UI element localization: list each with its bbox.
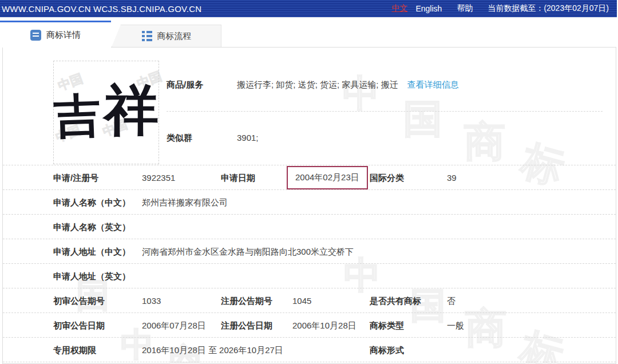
language-chinese-link[interactable]: 中文 xyxy=(391,3,407,14)
goods-services-value: 搬运行李; 卸货; 送货; 货运; 家具运输; 搬迁查看详细信息 xyxy=(237,80,459,90)
table-row: 专用权期限2016年10月28日 至 2026年10月27日商标形式 xyxy=(3,338,616,362)
table-row: 申请/注册号3922351申请日期2004年02月23日国际分类39 xyxy=(3,165,616,190)
top-bar-links: 中文 English 帮助 当前数据截至：(2023年02月07日) xyxy=(391,3,617,14)
language-english-link[interactable]: English xyxy=(415,4,442,13)
top-bar: WWW.CNIPA.GOV.CN WCJS.SBJ.CNIPA.GOV.CN 中… xyxy=(0,0,617,17)
trademark-char: 吉 xyxy=(53,84,102,149)
field-label: 注册公告日期 xyxy=(221,321,272,331)
field-label: 初审公告日期 xyxy=(53,321,105,331)
field-label: 申请日期 xyxy=(221,173,255,184)
field-label: 专用权期限 xyxy=(53,345,96,356)
tab-bar: 商标详情 商标流程 xyxy=(0,17,618,47)
field-value: 3922351 xyxy=(142,173,175,183)
table-row: 初审公告期号1033注册公告期号1045是否共有商标否 xyxy=(3,288,616,313)
field-label: 是否共有商标 xyxy=(370,296,421,307)
field-label: 申请人地址（英文） xyxy=(53,271,130,282)
field-label: 类似群 xyxy=(167,133,192,144)
application-date-highlight: 2004年02月23日 xyxy=(287,166,368,189)
field-label: 商品/服务 xyxy=(167,80,203,90)
document-lines-icon xyxy=(30,30,41,41)
field-label: 国际分类 xyxy=(370,173,404,184)
table-row: 申请人名称（中文）郑州吉祥搬家有限公司 xyxy=(3,190,616,215)
field-label: 初审公告期号 xyxy=(53,296,105,307)
field-value: 2006年10月28日 xyxy=(292,321,356,331)
field-value: 1045 xyxy=(292,296,311,306)
data-cutoff-text: 当前数据截至：(2023年02月07日) xyxy=(488,3,609,14)
tab-label: 商标流程 xyxy=(157,31,192,42)
field-value: 39 xyxy=(447,173,457,183)
field-value: 河南省郑州市金水区金水路与南阳路向北300米立交桥下 xyxy=(142,247,354,258)
field-label: 申请人地址（中文） xyxy=(53,247,130,258)
panel-content: 吉 祥 商品/服务 搬运行李; 卸货; 送货; 货运; 家具运输; 搬迁查看详细… xyxy=(3,48,616,363)
help-link[interactable]: 帮助 xyxy=(457,3,473,14)
field-value: 郑州吉祥搬家有限公司 xyxy=(142,197,228,208)
field-value: 3901; xyxy=(237,133,259,143)
field-label: 申请/注册号 xyxy=(53,173,98,184)
trademark-calligraphy-text: 吉 祥 xyxy=(54,76,159,149)
field-value: 否 xyxy=(447,296,455,307)
trademark-image: 吉 祥 xyxy=(53,61,159,164)
list-grid-icon xyxy=(142,31,152,41)
tab-label: 商标详情 xyxy=(46,30,81,41)
field-label: 注册公告期号 xyxy=(221,296,272,307)
table-row: 初审公告日期2006年07月28日注册公告日期2006年10月28日商标类型一般 xyxy=(3,313,616,338)
detail-rows: 申请/注册号3922351申请日期2004年02月23日国际分类39申请人名称（… xyxy=(3,165,616,362)
field-label: 商标形式 xyxy=(370,345,404,356)
detail-panel: 中国商标中国商标国中商中国中国中国中国 吉 祥 商品/服务 搬运行李; 卸货; … xyxy=(2,47,616,364)
trademark-char: 祥 xyxy=(104,74,159,148)
divider xyxy=(167,111,603,112)
field-value: 一般 xyxy=(447,321,464,331)
table-row: 申请人地址（中文）河南省郑州市金水区金水路与南阳路向北300米立交桥下 xyxy=(3,239,616,264)
field-value: 2016年10月28日 至 2026年10月27日 xyxy=(142,345,283,356)
field-label: 申请人名称（中文） xyxy=(53,197,130,208)
trademark-detail-page: WWW.CNIPA.GOV.CN WCJS.SBJ.CNIPA.GOV.CN 中… xyxy=(0,0,618,364)
site-domains-text: WWW.CNIPA.GOV.CN WCJS.SBJ.CNIPA.GOV.CN xyxy=(0,4,201,14)
table-row: 申请人名称（英文） xyxy=(3,215,616,239)
tab-trademark-process[interactable]: 商标流程 xyxy=(112,25,221,47)
field-value: 2006年07月28日 xyxy=(142,321,206,331)
tab-trademark-details[interactable]: 商标详情 xyxy=(0,21,111,48)
field-label: 商标类型 xyxy=(370,321,404,331)
view-details-link[interactable]: 查看详细信息 xyxy=(407,80,459,89)
field-value: 搬运行李; 卸货; 送货; 货运; 家具运输; 搬迁 xyxy=(237,80,398,89)
field-value: 1033 xyxy=(142,296,161,306)
table-row: 申请人地址（英文） xyxy=(3,264,616,288)
field-label: 申请人名称（英文） xyxy=(53,222,130,233)
